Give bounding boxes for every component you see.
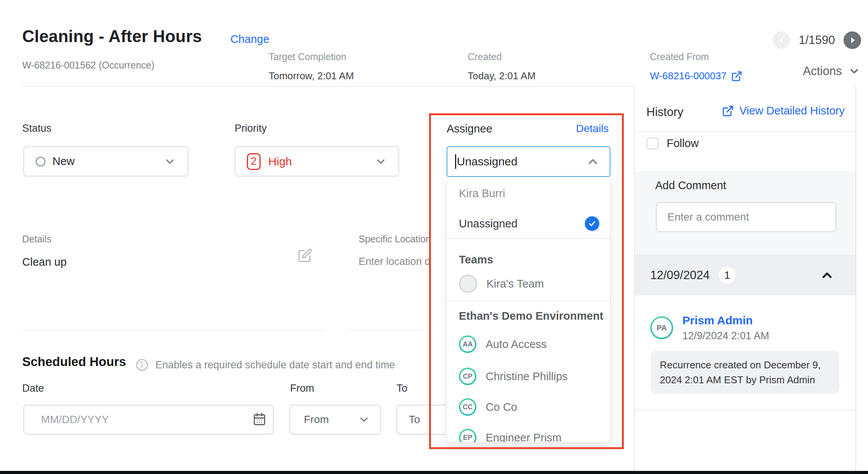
meta-created-from: Created From W-68216-000037	[650, 51, 742, 82]
user-avatar: EP	[459, 429, 476, 443]
scheduled-hours-title: Scheduled Hours	[22, 355, 126, 369]
section-divider	[349, 330, 429, 330]
date-group-label: 12/09/2024	[650, 268, 710, 282]
meta-created: Created Today, 2:01 AM	[468, 51, 535, 82]
assignee-combobox[interactable]: Unassigned	[447, 146, 610, 177]
priority-label: Priority	[235, 123, 267, 134]
user-avatar: CC	[459, 398, 476, 416]
external-link-icon	[722, 105, 734, 117]
view-detailed-history-label: View Detailed History	[739, 105, 845, 117]
actions-button[interactable]: Actions	[803, 64, 860, 78]
entry-count-badge: 1	[719, 267, 736, 284]
comment-timestamp: 12/9/2024 2:01 AM	[682, 330, 769, 342]
date-input[interactable]	[23, 405, 274, 435]
priority-select[interactable]: 2 High	[235, 146, 399, 177]
status-label: Status	[22, 123, 52, 134]
specific-location-label: Specific Location	[359, 234, 431, 245]
created-from-id: W-68216-000037	[650, 70, 726, 82]
follow-checkbox[interactable]	[646, 137, 658, 149]
collapse-group-button[interactable]	[820, 268, 834, 283]
assignee-option-selected[interactable]: Unassigned	[447, 209, 610, 239]
assignee-option[interactable]: Kira Burri	[447, 178, 610, 208]
assignee-option-user[interactable]: AA Auto Access	[447, 330, 610, 359]
group-header-teams: Teams	[459, 249, 493, 270]
assignee-label: Assignee	[447, 123, 492, 135]
assignee-selected-value: Unassigned	[457, 155, 586, 168]
meta-target-completion: Target Completion Tomorrow, 2:01 AM	[269, 51, 354, 82]
team-avatar	[459, 275, 477, 293]
meta-value: Tomorrow, 2:01 AM	[269, 70, 354, 82]
scheduled-hours-hint: Enables a required schedule date start a…	[155, 359, 395, 371]
edit-details-icon[interactable]	[298, 248, 312, 264]
scrollbar-gutter[interactable]	[855, 86, 868, 471]
status-value: New	[52, 155, 157, 168]
external-link-icon	[731, 70, 742, 82]
option-label: Engineer Prism	[486, 432, 599, 443]
page-title: Cleaning - After Hours	[22, 27, 202, 46]
history-title: History	[646, 105, 683, 119]
work-order-id: W-68216-001562 (Occurrence)	[22, 60, 155, 71]
pager-count: 1/1590	[799, 33, 835, 47]
sidebar-divider	[635, 131, 855, 132]
actions-label: Actions	[803, 64, 842, 78]
add-comment-panel: Add Comment	[635, 172, 855, 255]
chevron-up-icon[interactable]	[586, 155, 600, 168]
priority-value: High	[268, 155, 367, 168]
chevron-down-icon	[375, 155, 387, 168]
bottom-bar	[0, 471, 868, 474]
option-label: Unassigned	[459, 217, 585, 230]
follow-toggle[interactable]: Follow	[646, 137, 699, 150]
change-link[interactable]: Change	[230, 33, 269, 46]
user-avatar: CP	[459, 368, 476, 385]
option-label: Auto Access	[486, 338, 599, 351]
info-icon	[135, 358, 148, 373]
list-divider	[447, 238, 610, 239]
selected-check-icon	[585, 216, 599, 231]
to-label: To	[396, 382, 408, 394]
chevron-down-icon	[164, 155, 176, 168]
comment-input[interactable]	[656, 202, 836, 232]
option-label: Christine Phillips	[486, 370, 599, 383]
next-record-button[interactable]	[844, 31, 861, 49]
created-from-link[interactable]: W-68216-000037	[650, 70, 742, 82]
record-pager: 1/1590	[773, 31, 861, 49]
chevron-down-icon	[358, 414, 370, 426]
meta-value: Today, 2:01 AM	[468, 70, 535, 82]
add-comment-label: Add Comment	[655, 179, 726, 192]
next-icon	[848, 36, 856, 44]
view-detailed-history-link[interactable]: View Detailed History	[722, 105, 845, 117]
assignee-dropdown-list: Kira Burri Unassigned Teams Kira's Team …	[447, 177, 610, 443]
sidebar-divider	[635, 410, 855, 410]
text-caret	[455, 154, 456, 169]
option-label: Kira Burri	[459, 187, 599, 200]
details-value: Clean up	[22, 256, 67, 268]
from-label: From	[290, 382, 314, 394]
assignee-details-link[interactable]: Details	[576, 123, 609, 135]
assignee-option-team[interactable]: Kira's Team	[447, 268, 610, 300]
comment-author-link[interactable]: Prism Admin	[682, 314, 753, 327]
option-label: Co Co	[486, 401, 599, 414]
user-avatar: AA	[459, 335, 476, 353]
date-label: Date	[22, 382, 44, 394]
history-date-group[interactable]: 12/09/2024 1	[635, 255, 855, 296]
comment-author-avatar: PA	[650, 316, 673, 339]
specific-location-placeholder[interactable]: Enter location deta	[359, 256, 429, 268]
section-divider	[22, 330, 325, 330]
chevron-down-icon	[848, 65, 860, 77]
assignee-option-user[interactable]: CP Christine Phillips	[447, 362, 610, 391]
assignee-option-user[interactable]: EP Engineer Prism	[447, 423, 610, 443]
previous-record-button[interactable]	[773, 31, 790, 49]
status-select[interactable]: New	[23, 146, 188, 177]
status-new-icon	[36, 157, 46, 167]
list-divider	[447, 301, 610, 301]
priority-level-badge: 2	[247, 153, 261, 170]
meta-label: Created	[468, 51, 535, 62]
from-time-select[interactable]: From	[289, 405, 381, 435]
follow-label: Follow	[667, 137, 699, 150]
work-order-detail-page: Cleaning - After Hours Change W-68216-00…	[0, 0, 868, 474]
meta-label: Created From	[650, 51, 742, 62]
previous-icon	[778, 36, 785, 44]
assignee-option-user[interactable]: CC Co Co	[447, 392, 610, 422]
details-label: Details	[22, 234, 51, 245]
meta-label: Target Completion	[269, 51, 354, 62]
